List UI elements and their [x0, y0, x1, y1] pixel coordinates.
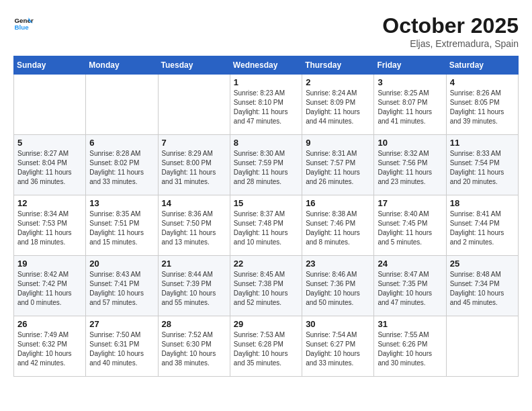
day-info: Sunrise: 8:45 AM Sunset: 7:38 PM Dayligh…: [234, 270, 298, 308]
day-number: 11: [450, 138, 515, 148]
weekday-header-friday: Friday: [374, 56, 446, 75]
calendar-table: SundayMondayTuesdayWednesdayThursdayFrid…: [13, 56, 519, 377]
calendar-cell: [86, 75, 158, 135]
calendar-cell: 24Sunrise: 8:47 AM Sunset: 7:35 PM Dayli…: [374, 256, 446, 316]
day-info: Sunrise: 7:54 AM Sunset: 6:27 PM Dayligh…: [306, 330, 370, 368]
day-info: Sunrise: 8:34 AM Sunset: 7:53 PM Dayligh…: [17, 210, 82, 247]
day-info: Sunrise: 7:53 AM Sunset: 6:28 PM Dayligh…: [234, 330, 298, 368]
calendar-cell: 4Sunrise: 8:26 AM Sunset: 8:05 PM Daylig…: [446, 75, 518, 135]
svg-text:General: General: [15, 17, 34, 24]
day-number: 22: [234, 259, 298, 269]
calendar-cell: 31Sunrise: 7:55 AM Sunset: 6:26 PM Dayli…: [374, 316, 446, 377]
day-number: 5: [17, 138, 82, 148]
day-number: 27: [89, 319, 154, 329]
day-number: 16: [306, 198, 370, 208]
calendar-cell: 22Sunrise: 8:45 AM Sunset: 7:38 PM Dayli…: [230, 256, 302, 316]
day-info: Sunrise: 8:38 AM Sunset: 7:46 PM Dayligh…: [306, 210, 370, 247]
calendar-cell: 13Sunrise: 8:35 AM Sunset: 7:51 PM Dayli…: [86, 195, 158, 256]
day-number: 21: [162, 259, 226, 269]
day-number: 25: [450, 259, 515, 269]
weekday-header-sunday: Sunday: [14, 56, 86, 75]
day-number: 19: [17, 259, 82, 269]
day-info: Sunrise: 7:50 AM Sunset: 6:31 PM Dayligh…: [89, 330, 154, 368]
day-number: 4: [450, 77, 515, 87]
day-info: Sunrise: 8:24 AM Sunset: 8:09 PM Dayligh…: [306, 89, 370, 126]
calendar-cell: 14Sunrise: 8:36 AM Sunset: 7:50 PM Dayli…: [158, 195, 230, 256]
calendar-cell: 12Sunrise: 8:34 AM Sunset: 7:53 PM Dayli…: [14, 195, 86, 256]
day-info: Sunrise: 8:41 AM Sunset: 7:44 PM Dayligh…: [450, 210, 515, 247]
calendar-cell: 16Sunrise: 8:38 AM Sunset: 7:46 PM Dayli…: [302, 195, 374, 256]
weekday-header-saturday: Saturday: [446, 56, 518, 75]
calendar-cell: [158, 75, 230, 135]
day-info: Sunrise: 8:27 AM Sunset: 8:04 PM Dayligh…: [17, 149, 82, 187]
day-number: 10: [378, 138, 442, 148]
day-number: 2: [306, 77, 370, 87]
weekday-header-monday: Monday: [86, 56, 158, 75]
day-info: Sunrise: 7:49 AM Sunset: 6:32 PM Dayligh…: [17, 330, 82, 368]
day-number: 17: [378, 198, 442, 208]
day-number: 24: [378, 259, 442, 269]
day-number: 20: [89, 259, 154, 269]
day-number: 18: [450, 198, 515, 208]
calendar-cell: 29Sunrise: 7:53 AM Sunset: 6:28 PM Dayli…: [230, 316, 302, 377]
weekday-header-thursday: Thursday: [302, 56, 374, 75]
calendar-cell: 10Sunrise: 8:32 AM Sunset: 7:56 PM Dayli…: [374, 135, 446, 195]
calendar-cell: 3Sunrise: 8:25 AM Sunset: 8:07 PM Daylig…: [374, 75, 446, 135]
day-info: Sunrise: 8:48 AM Sunset: 7:34 PM Dayligh…: [450, 270, 515, 308]
day-info: Sunrise: 8:29 AM Sunset: 8:00 PM Dayligh…: [162, 149, 226, 187]
calendar-cell: 2Sunrise: 8:24 AM Sunset: 8:09 PM Daylig…: [302, 75, 374, 135]
day-info: Sunrise: 7:52 AM Sunset: 6:30 PM Dayligh…: [162, 330, 226, 368]
day-number: 8: [234, 138, 298, 148]
calendar-cell: 5Sunrise: 8:27 AM Sunset: 8:04 PM Daylig…: [14, 135, 86, 195]
weekday-header-tuesday: Tuesday: [158, 56, 230, 75]
day-number: 14: [162, 198, 226, 208]
day-number: 6: [89, 138, 154, 148]
month-title: October 2025: [382, 13, 519, 38]
calendar-cell: 19Sunrise: 8:42 AM Sunset: 7:42 PM Dayli…: [14, 256, 86, 316]
day-number: 9: [306, 138, 370, 148]
calendar-cell: 26Sunrise: 7:49 AM Sunset: 6:32 PM Dayli…: [14, 316, 86, 377]
day-number: 23: [306, 259, 370, 269]
page-header: General Blue October 2025 Eljas, Extrema…: [13, 13, 519, 49]
day-number: 3: [378, 77, 442, 87]
day-number: 15: [234, 198, 298, 208]
title-block: October 2025 Eljas, Extremadura, Spain: [382, 13, 519, 49]
day-info: Sunrise: 8:42 AM Sunset: 7:42 PM Dayligh…: [17, 270, 82, 308]
day-number: 30: [306, 319, 370, 329]
day-number: 13: [89, 198, 154, 208]
day-info: Sunrise: 8:35 AM Sunset: 7:51 PM Dayligh…: [89, 210, 154, 247]
day-info: Sunrise: 8:36 AM Sunset: 7:50 PM Dayligh…: [162, 210, 226, 247]
calendar-cell: [446, 316, 518, 377]
day-info: Sunrise: 8:23 AM Sunset: 8:10 PM Dayligh…: [234, 89, 298, 126]
calendar-cell: 21Sunrise: 8:44 AM Sunset: 7:39 PM Dayli…: [158, 256, 230, 316]
calendar-cell: 15Sunrise: 8:37 AM Sunset: 7:48 PM Dayli…: [230, 195, 302, 256]
day-info: Sunrise: 8:44 AM Sunset: 7:39 PM Dayligh…: [162, 270, 226, 308]
location: Eljas, Extremadura, Spain: [382, 38, 519, 49]
day-number: 26: [17, 319, 82, 329]
calendar-cell: 9Sunrise: 8:31 AM Sunset: 7:57 PM Daylig…: [302, 135, 374, 195]
calendar-cell: 18Sunrise: 8:41 AM Sunset: 7:44 PM Dayli…: [446, 195, 518, 256]
calendar-cell: 20Sunrise: 8:43 AM Sunset: 7:41 PM Dayli…: [86, 256, 158, 316]
day-number: 12: [17, 198, 82, 208]
weekday-header-wednesday: Wednesday: [230, 56, 302, 75]
calendar-cell: 8Sunrise: 8:30 AM Sunset: 7:59 PM Daylig…: [230, 135, 302, 195]
calendar-cell: 23Sunrise: 8:46 AM Sunset: 7:36 PM Dayli…: [302, 256, 374, 316]
calendar-cell: 6Sunrise: 8:28 AM Sunset: 8:02 PM Daylig…: [86, 135, 158, 195]
calendar-cell: 11Sunrise: 8:33 AM Sunset: 7:54 PM Dayli…: [446, 135, 518, 195]
day-number: 31: [378, 319, 442, 329]
day-info: Sunrise: 8:43 AM Sunset: 7:41 PM Dayligh…: [89, 270, 154, 308]
calendar-cell: 27Sunrise: 7:50 AM Sunset: 6:31 PM Dayli…: [86, 316, 158, 377]
day-info: Sunrise: 8:47 AM Sunset: 7:35 PM Dayligh…: [378, 270, 442, 308]
day-info: Sunrise: 8:46 AM Sunset: 7:36 PM Dayligh…: [306, 270, 370, 308]
day-info: Sunrise: 8:40 AM Sunset: 7:45 PM Dayligh…: [378, 210, 442, 247]
day-number: 7: [162, 138, 226, 148]
calendar-cell: 30Sunrise: 7:54 AM Sunset: 6:27 PM Dayli…: [302, 316, 374, 377]
day-info: Sunrise: 8:28 AM Sunset: 8:02 PM Dayligh…: [89, 149, 154, 187]
calendar-cell: 1Sunrise: 8:23 AM Sunset: 8:10 PM Daylig…: [230, 75, 302, 135]
day-info: Sunrise: 8:25 AM Sunset: 8:07 PM Dayligh…: [378, 89, 442, 126]
calendar-cell: 25Sunrise: 8:48 AM Sunset: 7:34 PM Dayli…: [446, 256, 518, 316]
day-info: Sunrise: 8:37 AM Sunset: 7:48 PM Dayligh…: [234, 210, 298, 247]
svg-text:Blue: Blue: [15, 24, 30, 31]
calendar-cell: [14, 75, 86, 135]
day-info: Sunrise: 8:32 AM Sunset: 7:56 PM Dayligh…: [378, 149, 442, 187]
